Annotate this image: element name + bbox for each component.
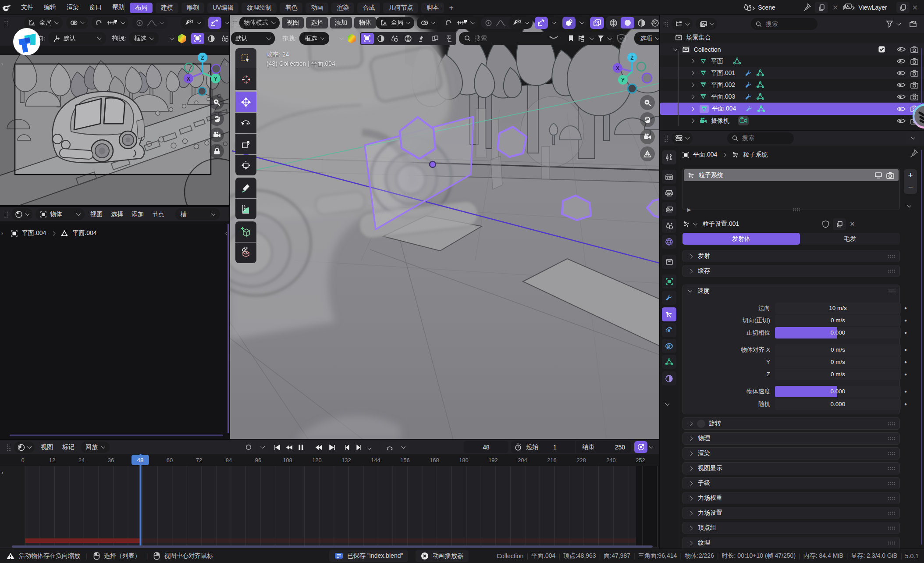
- svg-text:228: 228: [576, 457, 586, 463]
- svg-text:132: 132: [341, 457, 351, 463]
- svg-text:Y: Y: [621, 77, 625, 83]
- svg-text:156: 156: [400, 457, 410, 463]
- svg-text:X: X: [187, 76, 190, 82]
- svg-text:84: 84: [226, 457, 232, 463]
- svg-text:204: 204: [518, 457, 527, 463]
- svg-text:108: 108: [283, 457, 292, 463]
- svg-text:252: 252: [636, 457, 645, 463]
- svg-text:216: 216: [547, 457, 557, 463]
- svg-text:180: 180: [459, 457, 469, 463]
- svg-text:168: 168: [430, 457, 439, 463]
- svg-text:48: 48: [137, 457, 143, 463]
- svg-text:24: 24: [78, 457, 85, 463]
- svg-text:240: 240: [606, 457, 616, 463]
- svg-text:96: 96: [255, 457, 261, 463]
- svg-text:60: 60: [167, 457, 173, 463]
- svg-text:120: 120: [312, 457, 322, 463]
- svg-text:0: 0: [21, 457, 24, 463]
- svg-text:X: X: [616, 65, 619, 71]
- svg-text:Z: Z: [201, 55, 204, 61]
- svg-text:12: 12: [49, 457, 55, 463]
- svg-text:72: 72: [196, 457, 202, 463]
- svg-text:144: 144: [371, 457, 380, 463]
- svg-text:36: 36: [108, 457, 114, 463]
- svg-text:Y: Y: [214, 76, 217, 82]
- svg-text:Z: Z: [630, 55, 633, 61]
- svg-text:192: 192: [488, 457, 498, 463]
